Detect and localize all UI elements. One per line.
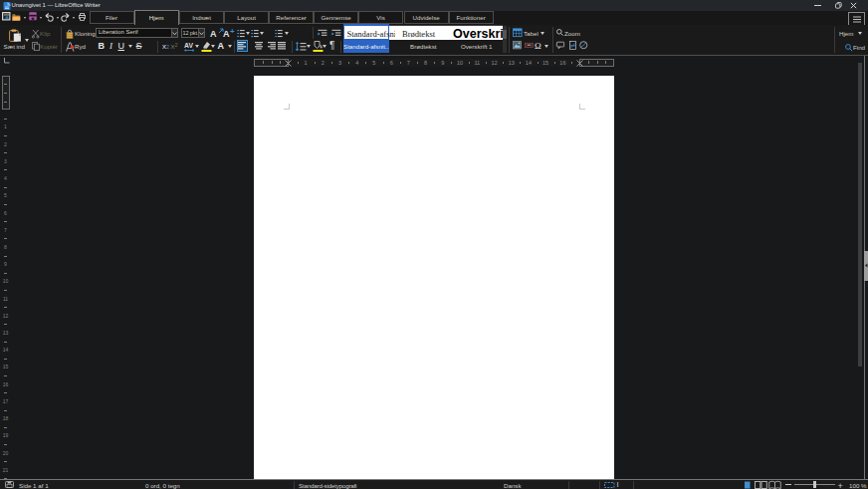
svg-text:AV: AV (184, 41, 193, 48)
